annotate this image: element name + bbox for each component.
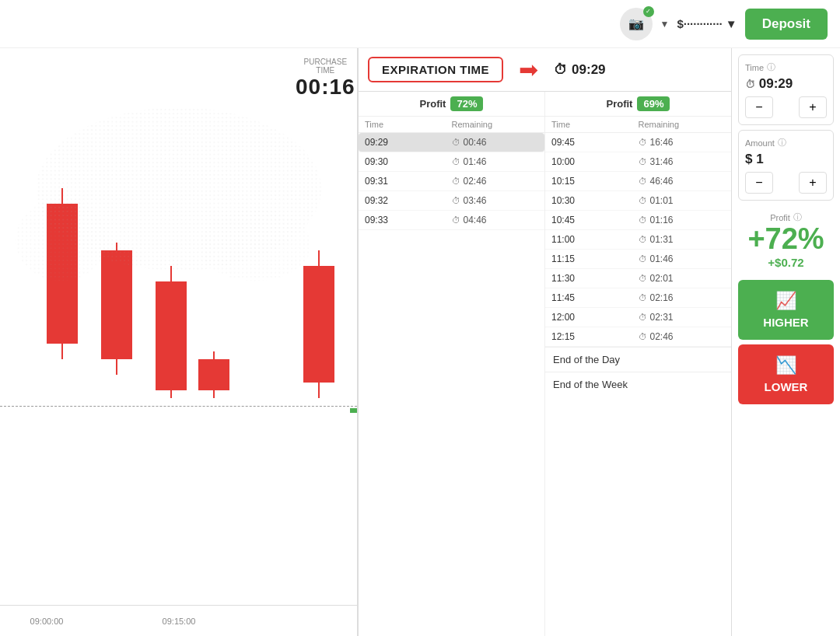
header-icons: 📷 ✓ ▼ $············ ▼ Deposit [620, 8, 828, 40]
amount-info-icon: ⓘ [778, 137, 786, 149]
left-profit-header: Profit 72% [359, 92, 544, 117]
special-time-row[interactable]: End of the Week [545, 372, 731, 397]
camera-button[interactable]: 📷 ✓ [620, 8, 653, 40]
horizontal-price-line [0, 406, 357, 407]
lower-button[interactable]: 📉 LOWER [738, 344, 834, 404]
profit-dollar-value: +$0.72 [744, 256, 828, 269]
row-remaining: ⏱ 00:46 [452, 137, 539, 148]
right-time-row[interactable]: 10:45 ⏱ 01:16 [545, 211, 731, 230]
time-value-text: 09:29 [759, 76, 793, 91]
special-time-row[interactable]: End of the Day [545, 347, 731, 372]
right-time-rows: 09:45 ⏱ 16:46 10:00 ⏱ 31:46 10:15 ⏱ 46:4… [545, 133, 731, 397]
right-time-row[interactable]: 10:15 ⏱ 46:46 [545, 172, 731, 191]
right-time-row[interactable]: 12:15 ⏱ 02:46 [545, 327, 731, 347]
row-time: 11:15 [551, 253, 639, 264]
row-clock-icon: ⏱ [639, 332, 647, 341]
selected-expiration-time: ⏱ 09:29 [554, 62, 605, 78]
balance-dropdown-icon: ▼ [726, 17, 737, 30]
right-panel: EXPIRATION TIME ➡ ⏱ 09:29 Profit 72% Tim… [358, 48, 731, 636]
row-time: 11:00 [551, 234, 639, 245]
row-time: 11:45 [551, 292, 639, 303]
row-time: 12:15 [551, 331, 639, 342]
amount-plus-button[interactable]: + [799, 172, 827, 194]
row-time: 09:29 [365, 137, 452, 148]
row-clock-icon: ⏱ [452, 138, 460, 147]
left-col-remaining: Remaining [452, 120, 539, 129]
row-remaining: ⏱ 31:46 [639, 156, 726, 167]
row-time: 10:45 [551, 215, 639, 225]
time-plus-button[interactable]: + [799, 96, 827, 118]
left-col-time: Time [365, 120, 452, 129]
camera-dropdown-icon[interactable]: ▼ [660, 19, 670, 30]
left-profit-label: Profit [420, 98, 446, 110]
left-time-row[interactable]: 09:32 ⏱ 03:46 [359, 191, 544, 211]
world-map-bg [0, 87, 357, 342]
row-remaining: ⏱ 04:46 [452, 215, 539, 225]
right-time-row[interactable]: 09:45 ⏱ 16:46 [545, 133, 731, 152]
row-remaining: ⏱ 01:01 [639, 195, 726, 206]
balance-button[interactable]: $············ ▼ [677, 17, 737, 30]
left-time-row[interactable]: 09:31 ⏱ 02:46 [359, 172, 544, 191]
expiration-header: EXPIRATION TIME ➡ ⏱ 09:29 [359, 48, 731, 92]
row-remaining: ⏱ 02:01 [639, 273, 726, 284]
right-time-row[interactable]: 11:45 ⏱ 02:16 [545, 288, 731, 308]
right-time-row[interactable]: 11:30 ⏱ 02:01 [545, 269, 731, 288]
amount-label-text: Amount [745, 138, 775, 148]
right-profit-badge: 69% [637, 96, 670, 111]
header: 📷 ✓ ▼ $············ ▼ Deposit [0, 0, 840, 48]
lower-icon: 📉 [775, 355, 796, 376]
row-remaining: ⏱ 01:46 [452, 156, 539, 167]
right-time-row[interactable]: 10:30 ⏱ 01:01 [545, 191, 731, 211]
left-time-row[interactable]: 09:30 ⏱ 01:46 [359, 152, 544, 172]
time-label-text: Time [745, 63, 764, 72]
svg-point-2 [16, 199, 107, 281]
time-panel-value: ⏱ 09:29 [745, 76, 827, 92]
time-info-icon: ⓘ [767, 61, 775, 73]
time-axis: 09:00:00 09:15:00 09:30:00 09:45:00 [0, 605, 357, 636]
right-col-remaining: Remaining [639, 120, 726, 129]
left-time-table: Profit 72% Time Remaining 09:29 ⏱ 00:46 … [359, 92, 545, 636]
time-minus-button[interactable]: − [745, 96, 773, 118]
row-remaining: ⏱ 02:46 [639, 331, 726, 342]
right-profit-header: Profit 69% [545, 92, 731, 117]
row-remaining: ⏱ 46:46 [639, 176, 726, 187]
chart-area: PURCHASE TIME 00:16 ⏱ 09:00:00 09:15:00 … [0, 48, 358, 636]
row-time: 09:30 [365, 156, 452, 167]
time-section: Time ⓘ ⏱ 09:29 − + [738, 54, 834, 125]
row-clock-icon: ⏱ [452, 215, 460, 225]
time-label-1: 09:15:00 [163, 617, 196, 626]
time-controls: − + [745, 96, 827, 118]
row-remaining: ⏱ 01:31 [639, 234, 726, 245]
right-profit-label: Profit [607, 98, 633, 110]
time-panel-label: Time ⓘ [745, 61, 827, 73]
balance-value: $············ [677, 17, 722, 30]
right-time-row[interactable]: 11:15 ⏱ 01:46 [545, 250, 731, 269]
right-time-table: Profit 69% Time Remaining 09:45 ⏱ 16:46 … [545, 92, 731, 636]
amount-minus-button[interactable]: − [745, 172, 773, 194]
trading-panel: Time ⓘ ⏱ 09:29 − + Amount ⓘ $ 1 − + [731, 48, 840, 636]
lower-label: LOWER [765, 380, 808, 393]
right-time-row[interactable]: 12:00 ⏱ 02:31 [545, 308, 731, 327]
row-time: 10:15 [551, 176, 639, 187]
left-time-row[interactable]: 09:29 ⏱ 00:46 [359, 133, 544, 152]
higher-button[interactable]: 📈 HIGHER [738, 280, 834, 340]
left-time-row[interactable]: 09:33 ⏱ 04:46 [359, 211, 544, 230]
right-time-row[interactable]: 10:00 ⏱ 31:46 [545, 152, 731, 172]
clock-symbol: ⏱ [554, 62, 567, 78]
right-col-headers: Time Remaining [545, 117, 731, 133]
selected-time-value: 09:29 [572, 62, 605, 78]
amount-controls: − + [745, 172, 827, 194]
deposit-button[interactable]: Deposit [745, 9, 828, 40]
right-time-row[interactable]: 11:00 ⏱ 01:31 [545, 230, 731, 250]
row-clock-icon: ⏱ [639, 196, 647, 205]
row-clock-icon: ⏱ [452, 157, 460, 166]
row-time: 09:31 [365, 176, 452, 187]
profit-info-icon: ⓘ [793, 211, 802, 223]
row-remaining: ⏱ 01:16 [639, 215, 726, 225]
amount-panel-value: $ 1 [745, 152, 827, 167]
row-clock-icon: ⏱ [639, 176, 647, 186]
time-label-0: 09:00:00 [30, 617, 64, 626]
row-time: 09:45 [551, 137, 639, 148]
purchase-time-value: 00:16 [296, 75, 355, 100]
left-time-rows: 09:29 ⏱ 00:46 09:30 ⏱ 01:46 09:31 ⏱ 02:4… [359, 133, 544, 230]
